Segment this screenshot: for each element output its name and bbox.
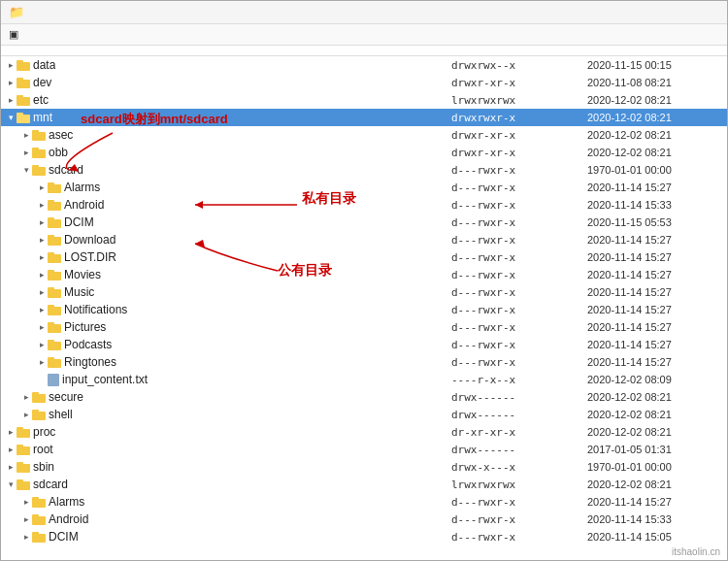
file-perms: drwxr-xr-x	[447, 77, 583, 89]
expand-arrow-icon[interactable]: ▸	[20, 497, 32, 507]
table-row[interactable]: ▸Picturesd---rwxr-x2020-11-14 15:27	[1, 318, 727, 336]
table-row[interactable]: ▸datadrwxrwx--x2020-11-15 00:15	[1, 56, 727, 74]
expand-arrow-icon[interactable]: ▾	[5, 113, 17, 122]
expand-arrow-icon[interactable]: ▸	[5, 445, 17, 454]
table-row[interactable]: ▸Alarmsd---rwxr-x2020-11-14 15:27	[1, 179, 727, 196]
folder-icon	[17, 113, 30, 123]
folder-icon	[32, 532, 46, 543]
folder-icon	[17, 445, 30, 455]
file-perms: d---rwxr-x	[447, 234, 583, 247]
expand-arrow-icon[interactable]: ▸	[5, 60, 17, 70]
expand-arrow-icon[interactable]: ▸	[36, 200, 48, 210]
folder-icon	[48, 357, 61, 368]
expand-arrow-icon[interactable]: ▸	[20, 148, 32, 157]
expand-arrow-icon[interactable]: ▸	[36, 217, 48, 227]
expand-arrow-icon[interactable]: ▸	[20, 130, 32, 140]
table-row[interactable]: ▸DCIMd---rwxr-x2020-11-14 15:05	[1, 528, 727, 545]
expand-arrow-icon[interactable]: ▸	[5, 427, 17, 437]
file-perms: d---rwxr-x	[447, 321, 583, 334]
header-date	[583, 48, 727, 53]
expand-arrow-icon[interactable]: ▸	[20, 514, 32, 524]
table-row[interactable]: ▸DCIMd---rwxr-x2020-11-15 05:53	[1, 214, 727, 231]
file-perms: d---rwxr-x	[447, 496, 583, 509]
folder-icon	[17, 479, 30, 490]
expand-arrow-icon[interactable]: ▸	[36, 270, 48, 280]
table-row[interactable]: ▸shelldrwx------2020-12-02 08:21	[1, 406, 727, 423]
table-row[interactable]: ▸rootdrwx------2017-01-05 01:31	[1, 441, 727, 458]
expand-arrow-icon[interactable]: ▾	[20, 165, 32, 175]
expand-arrow-icon[interactable]: ▸	[36, 305, 48, 314]
table-row[interactable]: ▸etclrwxrwxrwx2020-12-02 08:21	[1, 91, 727, 109]
file-name-text: Download	[64, 233, 116, 247]
file-perms: dr-xr-xr-x	[447, 426, 583, 439]
table-row[interactable]: ▸procdr-xr-xr-x2020-12-02 08:21	[1, 423, 727, 441]
file-name-text: obb	[49, 146, 68, 159]
file-name-text: DCIM	[49, 530, 79, 544]
file-perms: d---rwxr-x	[447, 164, 583, 177]
expand-arrow-icon[interactable]: ▸	[36, 357, 48, 367]
folder-icon	[48, 305, 61, 315]
table-row[interactable]: ▸Downloadd---rwxr-x2020-11-14 15:27	[1, 231, 727, 248]
folder-icon	[32, 130, 46, 141]
file-date: 2020-11-14 15:27	[583, 269, 727, 280]
file-name-text: dev	[33, 76, 51, 89]
file-name-text: proc	[33, 425, 55, 439]
table-row[interactable]: ▸Alarmsd---rwxr-x2020-11-14 15:27	[1, 493, 727, 511]
table-row[interactable]: ▸Ringtonesd---rwxr-x2020-11-14 15:27	[1, 353, 727, 371]
table-row[interactable]: ▸asecdrwxr-xr-x2020-12-02 08:21	[1, 126, 727, 144]
table-row[interactable]: ▸LOST.DIRd---rwxr-x2020-11-14 15:27	[1, 248, 727, 266]
expand-arrow-icon[interactable]: ▾	[5, 479, 17, 489]
file-name-text: data	[33, 58, 55, 72]
table-row[interactable]: ▸Androidd---rwxr-x2020-11-14 15:33	[1, 196, 727, 214]
file-date: 2020-11-14 15:05	[583, 531, 727, 543]
expand-arrow-icon[interactable]: ▸	[36, 252, 48, 262]
expand-arrow-icon[interactable]: ▸	[36, 340, 48, 349]
expand-arrow-icon[interactable]: ▸	[20, 410, 32, 419]
table-row[interactable]: ▸sbindrwx-x---x1970-01-01 00:00	[1, 458, 727, 476]
file-date: 2020-11-14 15:27	[583, 251, 727, 263]
table-row[interactable]: input_content.txt----r-x--x2020-12-02 08…	[1, 371, 727, 388]
expand-arrow-icon[interactable]: ▸	[5, 462, 17, 472]
file-date: 2020-12-02 08:21	[583, 147, 727, 158]
expand-arrow-icon[interactable]: ▸	[36, 182, 48, 192]
file-perms: d---rwxr-x	[447, 286, 583, 299]
file-date: 2020-11-14 15:27	[583, 356, 727, 368]
table-row[interactable]: ▸Podcastsd---rwxr-x2020-11-14 15:27	[1, 336, 727, 353]
main-window: 📁 ▣ ▸datadrwxrwx--x2020-11-15 00:15▸devd…	[0, 0, 728, 561]
table-row[interactable]: ▾sdcardd---rwxr-x1970-01-01 00:00	[1, 161, 727, 179]
folder-icon	[32, 392, 46, 403]
file-perms: drwx------	[447, 409, 583, 421]
file-perms: d---rwxr-x	[447, 269, 583, 281]
file-date: 2020-11-15 05:53	[583, 216, 727, 228]
expand-arrow-icon[interactable]: ▸	[20, 532, 32, 542]
expand-arrow-icon[interactable]: ▸	[36, 235, 48, 245]
table-row[interactable]: ▸devdrwxr-xr-x2020-11-08 08:21	[1, 74, 727, 91]
table-row[interactable]: ▸securedrwx------2020-12-02 08:21	[1, 388, 727, 406]
file-date: 2020-11-14 15:33	[583, 199, 727, 211]
folder-icon	[17, 462, 30, 473]
expand-arrow-icon[interactable]: ▸	[5, 78, 17, 87]
table-row[interactable]: ▾sdcardlrwxrwxrwx2020-12-02 08:21	[1, 476, 727, 493]
table-row[interactable]: ▾mntdrwxrwxr-x2020-12-02 08:21	[1, 109, 727, 126]
file-perms: lrwxrwxrwx	[447, 478, 583, 491]
watermark: itshaolin.cn	[672, 546, 720, 557]
expand-arrow-icon[interactable]: ▸	[5, 95, 17, 105]
table-row[interactable]: ▸Musicd---rwxr-x2020-11-14 15:27	[1, 283, 727, 301]
file-date: 2020-11-14 15:27	[583, 339, 727, 350]
file-name-text: LOST.DIR	[64, 250, 116, 264]
table-row[interactable]: ▸Moviesd---rwxr-x2020-11-14 15:27	[1, 266, 727, 283]
expand-arrow-icon[interactable]: ▸	[36, 322, 48, 332]
table-row[interactable]: ▸Androidd---rwxr-x2020-11-14 15:33	[1, 511, 727, 528]
folder-icon	[48, 322, 61, 333]
expand-arrow-icon[interactable]: ▸	[20, 392, 32, 402]
file-perms: drwxr-xr-x	[447, 147, 583, 159]
file-perms: d---rwxr-x	[447, 182, 583, 194]
file-name-text: Music	[64, 285, 94, 299]
file-date: 2020-12-02 08:21	[583, 478, 727, 490]
file-list[interactable]: ▸datadrwxrwx--x2020-11-15 00:15▸devdrwxr…	[1, 56, 727, 560]
file-date: 2020-11-14 15:33	[583, 513, 727, 525]
table-row[interactable]: ▸Notificationsd---rwxr-x2020-11-14 15:27	[1, 301, 727, 318]
table-row[interactable]: ▸obbdrwxr-xr-x2020-12-02 08:21	[1, 144, 727, 161]
expand-arrow-icon[interactable]: ▸	[36, 287, 48, 297]
file-perms: d---rwxr-x	[447, 531, 583, 544]
